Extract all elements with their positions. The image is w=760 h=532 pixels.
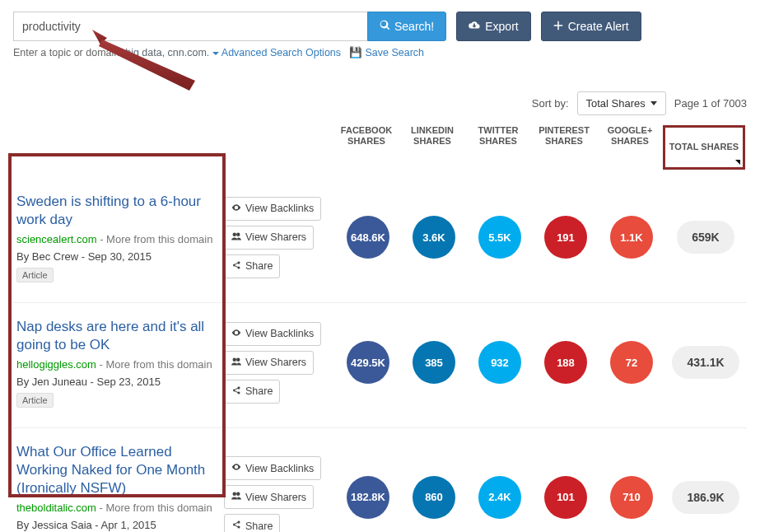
result-tag: Article (16, 268, 54, 282)
search-input[interactable] (13, 12, 367, 41)
more-from-domain[interactable]: - More from this domain (97, 233, 213, 245)
search-button[interactable]: Search! (367, 12, 446, 41)
facebook-shares: 648.6K (347, 216, 389, 259)
sort-dropdown[interactable]: Total Shares (577, 91, 666, 115)
share-icon (231, 520, 241, 532)
result-tag: Article (16, 393, 54, 408)
chevron-down-icon (212, 52, 219, 55)
total-shares: 659K (677, 221, 734, 254)
result-row: Sweden is shifting to a 6-hour work day … (13, 178, 747, 302)
result-byline: By Bec Crew - Sep 30, 2015 (16, 250, 216, 263)
view-backlinks-button[interactable]: View Backlinks (224, 197, 321, 221)
export-button[interactable]: Export (456, 12, 530, 41)
result-domain[interactable]: hellogiggles.com (16, 358, 96, 371)
view-sharers-button[interactable]: View Sharers (224, 226, 314, 250)
col-pinterest[interactable]: PINTEREST SHARES (531, 125, 597, 170)
users-icon (231, 231, 241, 244)
search-icon (380, 20, 390, 33)
share-button[interactable]: Share (224, 380, 280, 404)
plus-icon (553, 20, 563, 33)
result-row: Nap desks are here and it's all going to… (13, 302, 747, 427)
result-domain[interactable]: thebolditalic.com (16, 502, 96, 514)
share-icon (231, 385, 241, 398)
result-domain[interactable]: sciencealert.com (16, 233, 97, 245)
advanced-search-link[interactable]: Advanced Search Options (212, 47, 341, 58)
eye-icon (231, 328, 241, 340)
view-sharers-button[interactable]: View Sharers (224, 485, 314, 509)
eye-icon (231, 462, 241, 474)
col-twitter[interactable]: TWITTER SHARES (465, 125, 531, 170)
twitter-shares: 2.4K (478, 476, 521, 519)
linkedin-shares: 860 (413, 476, 455, 519)
total-shares: 186.9K (672, 481, 739, 514)
search-button-label: Search! (394, 20, 434, 33)
sort-value: Total Shares (586, 97, 646, 110)
create-alert-button[interactable]: Create Alert (541, 12, 641, 41)
page-info: Page 1 of 7003 (674, 97, 747, 110)
result-byline: By Jen Juneau - Sep 23, 2015 (16, 376, 216, 388)
view-backlinks-button[interactable]: View Backlinks (224, 456, 321, 480)
result-title[interactable]: Nap desks are here and it's all going to… (16, 318, 216, 354)
linkedin-shares: 3.6K (413, 216, 455, 259)
more-from-domain[interactable]: - More from this domain (96, 502, 212, 514)
save-icon: 💾 (349, 47, 362, 58)
view-backlinks-button[interactable]: View Backlinks (224, 322, 321, 346)
col-facebook[interactable]: FACEBOOK SHARES (333, 125, 399, 170)
cloud-download-icon (469, 20, 480, 34)
share-button[interactable]: Share (224, 514, 280, 532)
pinterest-shares: 191 (544, 216, 587, 259)
view-sharers-button[interactable]: View Sharers (224, 351, 314, 375)
sort-indicator-icon (735, 160, 740, 165)
facebook-shares: 429.5K (347, 341, 389, 384)
share-icon (231, 260, 241, 273)
sort-by-label: Sort by: (532, 97, 569, 110)
col-linkedin[interactable]: LINKEDIN SHARES (399, 125, 465, 170)
create-alert-label: Create Alert (568, 20, 629, 33)
google-shares: 710 (610, 476, 653, 519)
share-button[interactable]: Share (224, 254, 280, 278)
pinterest-shares: 188 (544, 341, 587, 384)
result-row: What Our Office Learned Working Naked fo… (13, 427, 747, 532)
twitter-shares: 5.5K (478, 216, 521, 259)
facebook-shares: 182.8K (347, 476, 389, 519)
result-title[interactable]: What Our Office Learned Working Naked fo… (16, 443, 216, 497)
twitter-shares: 932 (478, 341, 521, 384)
total-shares: 431.1K (672, 346, 739, 379)
result-title[interactable]: Sweden is shifting to a 6-hour work day (16, 193, 216, 229)
linkedin-shares: 385 (413, 341, 455, 384)
google-shares: 1.1K (610, 216, 653, 259)
col-google[interactable]: GOOGLE+ SHARES (597, 125, 663, 170)
result-byline: By Jessica Saia - Apr 1, 2015 (16, 519, 216, 531)
col-total[interactable]: TOTAL SHARES (663, 125, 745, 170)
eye-icon (231, 203, 241, 215)
search-hint: Enter a topic or domain: big data, cnn.c… (13, 46, 747, 58)
more-from-domain[interactable]: - More from this domain (96, 358, 212, 371)
export-label: Export (485, 20, 518, 33)
pinterest-shares: 101 (544, 476, 587, 519)
google-shares: 72 (610, 341, 653, 384)
users-icon (231, 491, 241, 503)
caret-down-icon (650, 101, 657, 105)
users-icon (231, 357, 241, 369)
save-search-link[interactable]: 💾Save Search (349, 47, 424, 58)
